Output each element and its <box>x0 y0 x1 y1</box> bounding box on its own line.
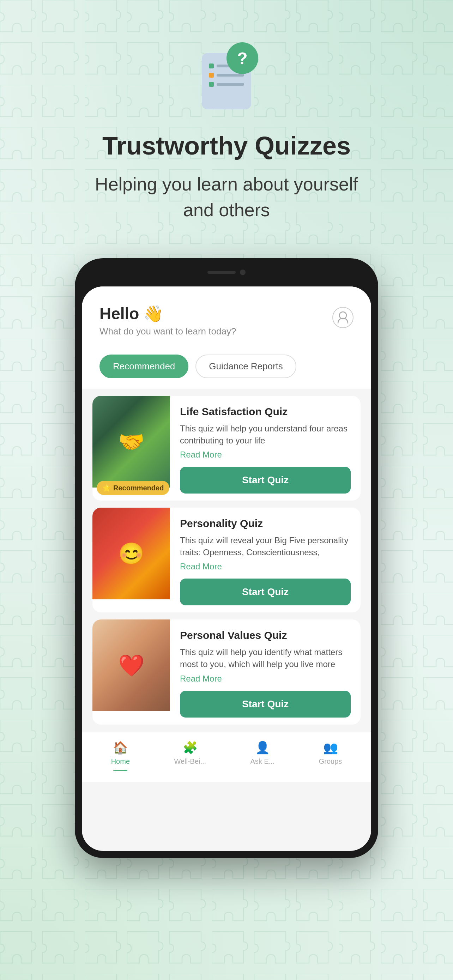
values-image <box>92 619 170 711</box>
nav-home[interactable]: 🏠 Home <box>111 740 130 771</box>
hero-subtitle: Helping you learn about yourself and oth… <box>85 172 368 223</box>
quiz-desc-2: This quiz will reveal your Big Five pers… <box>180 535 351 558</box>
dot-green-2 <box>209 82 214 87</box>
hero-title: Trustworthy Quizzes <box>102 130 351 161</box>
start-quiz-btn-3[interactable]: Start Quiz <box>180 691 351 718</box>
nav-home-underline <box>113 770 127 771</box>
quiz-desc-3: This quiz will help you identify what ma… <box>180 646 351 670</box>
recommended-badge-text: Recommended <box>113 484 164 492</box>
quiz-title-1: Life Satisfaction Quiz <box>180 406 351 418</box>
nav-ask[interactable]: 👤 Ask E... <box>250 740 275 771</box>
quiz-card-inner-2: Personality Quiz This quiz will reveal y… <box>92 508 361 612</box>
bottom-nav: 🏠 Home 🧩 Well-Bei... 👤 Ask E... 👥 <box>82 732 371 782</box>
recommended-badge: ⭐ Recommended <box>97 481 169 495</box>
tab-guidance-reports[interactable]: Guidance Reports <box>196 355 296 378</box>
start-quiz-btn-1[interactable]: Start Quiz <box>180 467 351 493</box>
quiz-desc-1: This quiz will help you understand four … <box>180 423 351 446</box>
quiz-info-2: Personality Quiz This quiz will reveal y… <box>170 508 361 612</box>
phone-screen: Hello 👋 What do you want to learn today? <box>82 286 371 851</box>
greeting-text: Hello <box>100 304 139 323</box>
read-more-2[interactable]: Read More <box>180 562 351 571</box>
phone-section: Hello 👋 What do you want to learn today? <box>0 244 453 858</box>
quiz-list: ⭐ Recommended Life Satisfaction Quiz Thi… <box>82 389 371 732</box>
quiz-card-life-satisfaction: ⭐ Recommended Life Satisfaction Quiz Thi… <box>92 396 361 501</box>
phone-mockup: Hello 👋 What do you want to learn today? <box>75 258 378 858</box>
nav-wellbeing[interactable]: 🧩 Well-Bei... <box>174 740 206 771</box>
dot-green-1 <box>209 64 214 68</box>
notch-camera <box>240 269 246 275</box>
wellbeing-icon: 🧩 <box>183 740 197 754</box>
star-icon: ⭐ <box>102 484 111 492</box>
ask-icon: 👤 <box>255 740 270 754</box>
line-3 <box>217 83 244 86</box>
phone-notch <box>184 265 269 279</box>
quiz-title-2: Personality Quiz <box>180 517 351 530</box>
nav-groups[interactable]: 👥 Groups <box>319 740 342 771</box>
app-greeting: Hello 👋 <box>100 304 236 323</box>
wave-emoji: 👋 <box>143 304 163 323</box>
nav-home-label: Home <box>111 757 130 765</box>
nav-groups-label: Groups <box>319 757 342 765</box>
notch-speaker <box>207 271 236 274</box>
line-2 <box>217 74 244 76</box>
quiz-title-3: Personal Values Quiz <box>180 629 351 641</box>
quiz-card-inner-1: ⭐ Recommended Life Satisfaction Quiz Thi… <box>92 396 361 501</box>
quiz-image-personality <box>92 508 170 612</box>
hero-section: ? Trustworthy Quizzes Helping you learn … <box>57 0 396 244</box>
question-bubble-icon: ? <box>227 42 258 74</box>
quiz-card-inner-3: Personal Values Quiz This quiz will help… <box>92 619 361 724</box>
quiz-info-3: Personal Values Quiz This quiz will help… <box>170 619 361 724</box>
read-more-3[interactable]: Read More <box>180 674 351 684</box>
profile-icon[interactable] <box>332 307 353 328</box>
home-icon: 🏠 <box>113 740 128 754</box>
app-header: Hello 👋 What do you want to learn today? <box>82 286 371 347</box>
page-content: ? Trustworthy Quizzes Helping you learn … <box>0 0 453 858</box>
app-header-left: Hello 👋 What do you want to learn today? <box>100 304 236 337</box>
quiz-image-satisfaction: ⭐ Recommended <box>92 396 170 501</box>
read-more-1[interactable]: Read More <box>180 450 351 460</box>
tab-row: Recommended Guidance Reports <box>82 347 371 389</box>
nav-ask-label: Ask E... <box>250 757 275 765</box>
clipboard-row-3 <box>209 82 244 87</box>
satisfaction-image <box>92 396 170 488</box>
phone-notch-area <box>82 265 371 286</box>
start-quiz-btn-2[interactable]: Start Quiz <box>180 579 351 605</box>
quiz-card-personal-values: Personal Values Quiz This quiz will help… <box>92 619 361 724</box>
quiz-card-personality: Personality Quiz This quiz will reveal y… <box>92 508 361 612</box>
app-subtitle: What do you want to learn today? <box>100 326 236 337</box>
quiz-icon-container: ? <box>191 42 262 113</box>
tab-recommended[interactable]: Recommended <box>100 355 188 378</box>
quiz-info-1: Life Satisfaction Quiz This quiz will he… <box>170 396 361 501</box>
personality-image <box>92 508 170 599</box>
quiz-image-values <box>92 619 170 724</box>
nav-wellbeing-label: Well-Bei... <box>174 757 206 765</box>
groups-icon: 👥 <box>323 740 338 754</box>
dot-orange <box>209 73 214 78</box>
